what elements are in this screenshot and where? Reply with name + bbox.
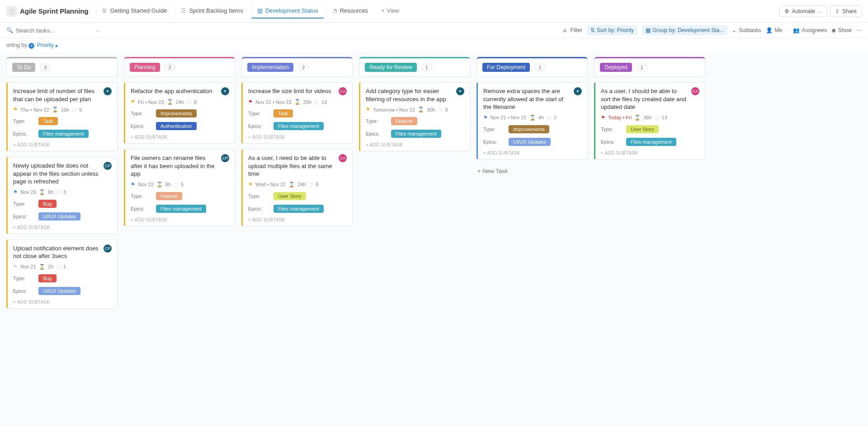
- share-button[interactable]: ⇪ Share: [830, 5, 862, 17]
- close-icon[interactable]: ×: [28, 43, 34, 49]
- add-subtask-button[interactable]: + ADD SUBTASK: [13, 300, 112, 305]
- assignee-avatar[interactable]: ✦: [456, 87, 464, 95]
- task-card[interactable]: Increase limit of number of files that c…: [6, 82, 118, 151]
- show-button[interactable]: ◉ Show: [831, 27, 852, 33]
- task-card[interactable]: Refactor the app authentication✦⚑Fri • N…: [124, 82, 235, 144]
- column-header[interactable]: Planning2: [124, 57, 235, 77]
- tab-getting-started[interactable]: 🗎 Getting Started Guide: [96, 4, 173, 19]
- card-meta: ⚑Nov 22⌛8h◌5: [131, 182, 229, 188]
- assignee-avatar[interactable]: ✦: [104, 87, 112, 95]
- epic-tag[interactable]: Files management: [156, 205, 206, 213]
- tab-resources[interactable]: ◔ Resources: [326, 4, 373, 19]
- priority-flag-icon[interactable]: ⚑: [13, 264, 18, 270]
- app-logo[interactable]: ◌: [6, 6, 17, 17]
- type-tag[interactable]: Task: [38, 117, 58, 125]
- assignees-button[interactable]: 👥 Assignees: [793, 27, 827, 33]
- epic-tag[interactable]: Authentication: [156, 122, 197, 130]
- epic-tag[interactable]: Files management: [274, 122, 324, 130]
- task-card[interactable]: As a user, I should be able to sort the …: [594, 82, 705, 160]
- epic-tag[interactable]: UI/UX Updates: [38, 212, 80, 220]
- card-hours: 20h: [303, 99, 311, 105]
- filter-button[interactable]: ⫝̸ Filter: [562, 27, 582, 33]
- sorting-by-button[interactable]: × Priority ▴: [28, 42, 58, 48]
- epic-tag[interactable]: Files management: [274, 205, 324, 213]
- add-subtask-button[interactable]: + ADD SUBTASK: [601, 150, 699, 155]
- card-hours: 30h: [427, 107, 435, 113]
- task-card[interactable]: Remove extra spaces the are currently al…: [476, 82, 588, 160]
- priority-flag-icon[interactable]: ⚑: [248, 182, 253, 188]
- column-header[interactable]: For Deployment1: [476, 57, 588, 77]
- priority-flag-icon[interactable]: ⚑: [248, 99, 253, 105]
- add-subtask-button[interactable]: + ADD SUBTASK: [366, 142, 464, 147]
- epic-tag[interactable]: UI/UX Updates: [38, 287, 80, 295]
- task-card[interactable]: Increase file size limit for videosCA⚑No…: [241, 82, 353, 144]
- priority-flag-icon[interactable]: ⚑: [131, 99, 135, 105]
- type-tag[interactable]: User Story: [274, 192, 306, 200]
- new-task-button[interactable]: + New Task: [476, 165, 588, 177]
- epic-tag[interactable]: Files management: [38, 130, 89, 138]
- tab-development-status[interactable]: ▥ Development Status: [251, 4, 324, 19]
- task-card[interactable]: As a user, I need to be able to upload m…: [241, 149, 353, 226]
- epic-tag[interactable]: Files management: [391, 130, 441, 138]
- task-card[interactable]: Add category type for easier filtering o…: [359, 82, 470, 151]
- type-tag[interactable]: Improvements: [156, 109, 197, 117]
- type-tag[interactable]: User Story: [626, 125, 659, 133]
- type-tag[interactable]: Improvements: [509, 125, 549, 133]
- priority-flag-icon[interactable]: ⚑: [601, 115, 605, 121]
- assignee-avatar[interactable]: CP: [104, 162, 112, 170]
- group-button[interactable]: ▦ Group by: Development Sta...: [642, 25, 727, 35]
- epic-tag[interactable]: Files management: [626, 138, 676, 146]
- assignee-avatar[interactable]: CP: [221, 154, 229, 162]
- assignee-avatar[interactable]: ✦: [574, 87, 582, 95]
- type-tag[interactable]: Feature: [391, 117, 417, 125]
- card-points: 2: [554, 115, 557, 120]
- epics-label: Epics:: [13, 214, 34, 219]
- priority-flag-icon[interactable]: ⚑: [13, 189, 18, 195]
- type-tag[interactable]: Bug: [38, 200, 57, 208]
- assignee-avatar[interactable]: CA: [691, 87, 699, 95]
- type-tag[interactable]: Bug: [38, 274, 57, 282]
- priority-flag-icon[interactable]: ⚑: [131, 182, 135, 188]
- priority-flag-icon[interactable]: ⚑: [366, 107, 370, 113]
- priority-flag-icon[interactable]: ⚑: [13, 107, 18, 113]
- type-tag[interactable]: Task: [274, 109, 293, 117]
- assignee-avatar[interactable]: ✦: [221, 87, 229, 95]
- tab-sprint-backlog[interactable]: ☰ Sprint Backlog Items: [175, 4, 248, 19]
- column-header[interactable]: Deployed1: [594, 57, 705, 77]
- add-subtask-button[interactable]: + ADD SUBTASK: [131, 217, 229, 222]
- add-view-button[interactable]: + View: [376, 4, 405, 19]
- task-card[interactable]: File owners can rename files after it ha…: [124, 149, 235, 226]
- chevron-down-icon[interactable]: ⌄: [95, 27, 100, 33]
- subtasks-button[interactable]: ⌄ Subtasks: [732, 27, 761, 33]
- search-input[interactable]: [16, 27, 79, 34]
- tab-label: Sprint Backlog Items: [189, 7, 243, 14]
- add-subtask-button[interactable]: + ADD SUBTASK: [248, 217, 347, 222]
- add-subtask-button[interactable]: + ADD SUBTASK: [248, 135, 347, 140]
- assignee-avatar[interactable]: CA: [339, 87, 347, 95]
- add-subtask-button[interactable]: + ADD SUBTASK: [131, 135, 229, 140]
- task-card[interactable]: Newly uploaded file does not appear in t…: [6, 157, 118, 234]
- add-subtask-button[interactable]: + ADD SUBTASK: [13, 142, 112, 147]
- automate-button[interactable]: ⚙ Automate ⌄: [779, 5, 827, 17]
- column-header[interactable]: Ready for Review1: [359, 57, 470, 77]
- assignee-avatar[interactable]: CP: [104, 244, 112, 253]
- epic-tag[interactable]: UI/UX Updates: [509, 138, 551, 146]
- epics-label: Epics:: [248, 123, 269, 129]
- priority-flag-icon[interactable]: ⚑: [483, 115, 488, 121]
- column-header[interactable]: Implementation2: [241, 57, 353, 77]
- card-meta: ⚑Fri • Nov 23⌛24h◌8: [131, 99, 229, 105]
- toolbar: 🔍 ⌄ ⫝̸ Filter ⇅ Sort by: Priority ▦ Group…: [0, 23, 868, 38]
- type-tag[interactable]: Feature: [156, 192, 182, 200]
- me-button[interactable]: 👤 Me: [766, 27, 783, 33]
- column-count: 1: [421, 64, 432, 71]
- add-subtask-button[interactable]: + ADD SUBTASK: [483, 150, 582, 155]
- type-label: Type:: [13, 276, 34, 281]
- add-subtask-button[interactable]: + ADD SUBTASK: [13, 225, 112, 230]
- task-card[interactable]: Upload notification element does not clo…: [6, 239, 118, 309]
- card-meta: ⚑Nov 21 • Nov 23⌛20h◌13: [248, 99, 347, 105]
- column-header[interactable]: To Do3: [6, 57, 118, 77]
- assignee-avatar[interactable]: CA: [339, 154, 347, 162]
- more-button[interactable]: ⋯: [856, 27, 862, 33]
- card-points: 5: [79, 107, 82, 113]
- sort-button[interactable]: ⇅ Sort by: Priority: [587, 25, 637, 35]
